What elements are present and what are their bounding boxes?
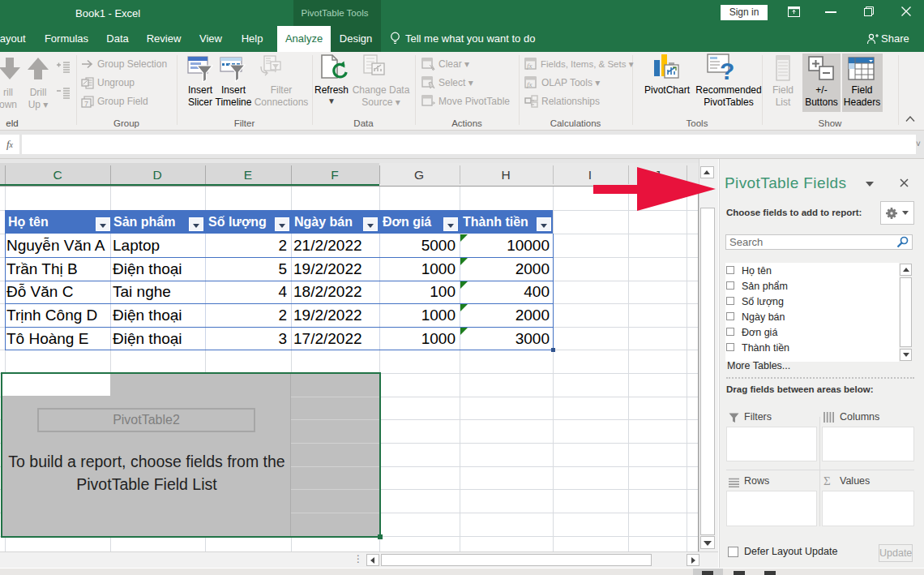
svg-text:7: 7 <box>84 100 88 108</box>
svg-text:fx: fx <box>527 62 533 70</box>
svg-text:?: ? <box>720 58 734 83</box>
svg-text:fx: fx <box>527 80 533 88</box>
